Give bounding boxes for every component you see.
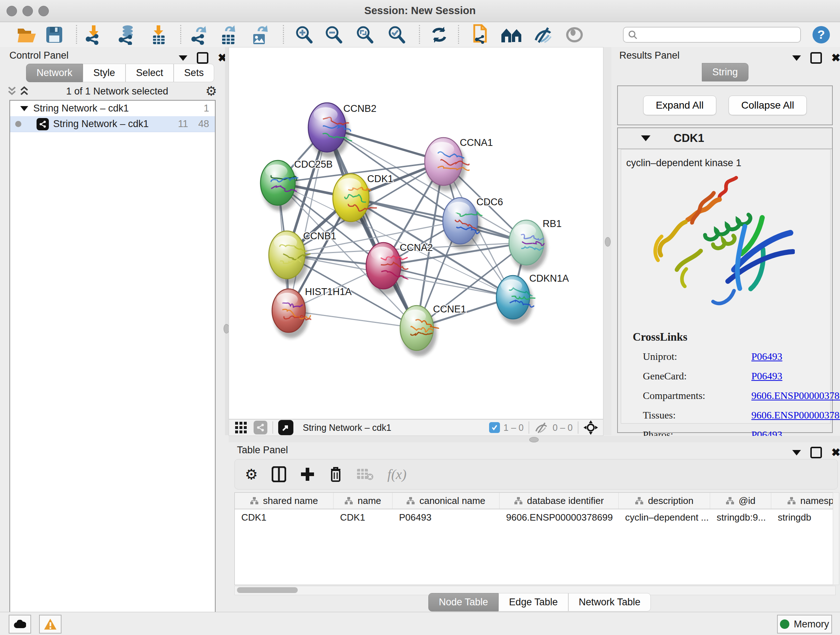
scrollbar-thumb[interactable] <box>237 587 298 593</box>
zoom-fit-icon[interactable] <box>354 24 376 45</box>
collapse-all-icon[interactable] <box>7 86 17 97</box>
splitter-grip-icon[interactable] <box>605 237 611 247</box>
table-cell[interactable]: 9606.ENSP00000378699 <box>500 509 619 525</box>
memory-button[interactable]: Memory <box>777 615 832 633</box>
panel-menu-icon[interactable] <box>792 450 801 455</box>
crosslink-link[interactable]: 9606.ENSP00000378699 <box>752 390 840 402</box>
column-header-shared-name[interactable]: shared name <box>235 493 333 509</box>
tab-select[interactable]: Select <box>126 64 174 82</box>
node-label-CCNB2: CCNB2 <box>343 103 377 114</box>
new-network-from-selection-icon[interactable] <box>469 24 491 45</box>
export-table-icon[interactable] <box>217 24 239 45</box>
tab-edge-table[interactable]: Edge Table <box>499 593 568 611</box>
import-table-file-icon[interactable] <box>148 24 169 45</box>
open-in-window-icon[interactable] <box>278 420 294 435</box>
network-row-selected[interactable]: String Network – cdk1 11 48 <box>10 116 215 132</box>
node-label-CDKN1A: CDKN1A <box>529 273 569 284</box>
hidden-eye-icon[interactable] <box>534 422 549 433</box>
network-options-gear-icon[interactable]: ⚙ <box>205 84 217 99</box>
network-label: String Network – cdk1 <box>53 119 149 130</box>
panel-menu-icon[interactable] <box>792 55 801 61</box>
table-settings-gear-icon[interactable]: ⚙ <box>245 466 258 483</box>
column-header-canonical-name[interactable]: canonical name <box>393 493 500 509</box>
float-panel-icon[interactable] <box>810 52 822 64</box>
zoom-in-icon[interactable] <box>293 24 315 45</box>
zoom-selected-icon[interactable] <box>386 24 407 45</box>
selected-checkbox-icon[interactable] <box>489 422 500 433</box>
columns-icon[interactable] <box>272 466 286 482</box>
expand-all-button[interactable]: Expand All <box>643 96 716 115</box>
collection-expand-icon[interactable] <box>20 106 28 111</box>
warning-status-button[interactable] <box>39 615 62 633</box>
tab-string[interactable]: String <box>702 63 748 81</box>
tab-sets[interactable]: Sets <box>174 64 214 82</box>
section-expand-icon[interactable] <box>641 135 651 141</box>
column-header-name[interactable]: name <box>333 493 393 509</box>
import-network-database-icon[interactable] <box>116 24 137 45</box>
table-row[interactable]: CDK1CDK1P064939606.ENSP00000378699cyclin… <box>235 509 835 525</box>
close-panel-icon[interactable]: ✖ <box>831 448 840 457</box>
float-panel-icon[interactable] <box>810 447 822 458</box>
export-image-icon[interactable] <box>249 24 271 45</box>
network-edge[interactable] <box>327 127 417 328</box>
column-header-description[interactable]: description <box>619 493 710 509</box>
table-cell[interactable]: cyclin–dependent ... <box>619 509 710 525</box>
memory-status-icon <box>780 619 789 629</box>
tab-network[interactable]: Network <box>26 64 83 82</box>
crosslink-link[interactable]: 9606.ENSP00000378699 <box>752 409 840 421</box>
hidden-count: 0 – 0 <box>553 423 573 433</box>
network-view[interactable]: CCNB2CCNA1CDC25BCDK1CDC6RB1CCNB1CCNA2CDK… <box>229 47 603 419</box>
export-network-icon[interactable] <box>188 24 210 45</box>
gene-section-header[interactable]: CDK1 <box>618 128 832 149</box>
cloud-icon <box>14 620 26 629</box>
show-all-icon[interactable] <box>564 24 585 45</box>
splitter-grip-icon[interactable] <box>529 437 538 442</box>
column-header-database-identifier[interactable]: database identifier <box>500 493 619 509</box>
column-header-namespace[interactable]: namespace <box>771 493 836 509</box>
collapse-all-button[interactable]: Collapse All <box>729 96 807 115</box>
memory-label: Memory <box>794 619 829 630</box>
first-neighbors-icon[interactable] <box>501 24 523 45</box>
table-cell[interactable]: CDK1 <box>333 509 393 525</box>
network-node-CDC25B[interactable] <box>261 160 298 211</box>
tab-node-table[interactable]: Node Table <box>428 593 499 611</box>
delete-table-icon[interactable] <box>356 467 374 481</box>
float-panel-icon[interactable] <box>197 52 208 64</box>
function-builder-icon[interactable]: f(x) <box>387 466 407 482</box>
add-column-icon[interactable] <box>300 467 315 482</box>
network-status-dot-icon <box>15 121 21 127</box>
delete-icon[interactable] <box>329 466 343 483</box>
cytoscape-window: Session: New Session <box>0 0 840 635</box>
column-header--id[interactable]: @id <box>710 493 771 509</box>
hide-selected-icon[interactable] <box>532 24 554 45</box>
table-cell[interactable]: stringdb:9... <box>710 509 771 525</box>
network-collection-row[interactable]: String Network – cdk1 1 <box>10 101 215 116</box>
open-session-icon[interactable] <box>16 24 38 45</box>
node-table[interactable]: shared namenamecanonical namedatabase id… <box>234 492 836 585</box>
grid-view-icon[interactable] <box>235 421 247 434</box>
selection-status: 1 of 1 Network selected <box>29 86 205 97</box>
table-cell[interactable]: P06493 <box>393 509 500 525</box>
crosslink-link[interactable]: P06493 <box>752 351 783 363</box>
save-session-icon[interactable] <box>43 24 65 45</box>
help-icon[interactable]: ? <box>810 24 832 45</box>
expand-all-icon[interactable] <box>19 86 29 97</box>
network-node-RB1[interactable] <box>509 220 547 271</box>
tab-style[interactable]: Style <box>83 64 126 82</box>
search-input[interactable] <box>638 29 791 40</box>
share-view-icon[interactable] <box>254 421 267 434</box>
table-cell[interactable]: CDK1 <box>235 509 333 525</box>
vertical-scrollbar[interactable] <box>833 492 839 585</box>
tab-network-table[interactable]: Network Table <box>568 593 651 611</box>
column-tree-icon <box>787 496 796 505</box>
apply-layout-icon[interactable] <box>428 24 450 45</box>
cloud-status-button[interactable] <box>9 615 31 633</box>
zoom-out-icon[interactable] <box>323 24 344 45</box>
panel-menu-icon[interactable] <box>179 55 187 61</box>
crosshair-icon[interactable] <box>584 420 598 435</box>
crosslink-link[interactable]: P06493 <box>752 371 783 382</box>
table-cell[interactable]: stringdb <box>771 509 836 525</box>
left-splitter[interactable] <box>225 47 229 435</box>
import-network-file-icon[interactable] <box>82 24 104 45</box>
close-panel-icon[interactable]: ✖ <box>831 54 840 62</box>
